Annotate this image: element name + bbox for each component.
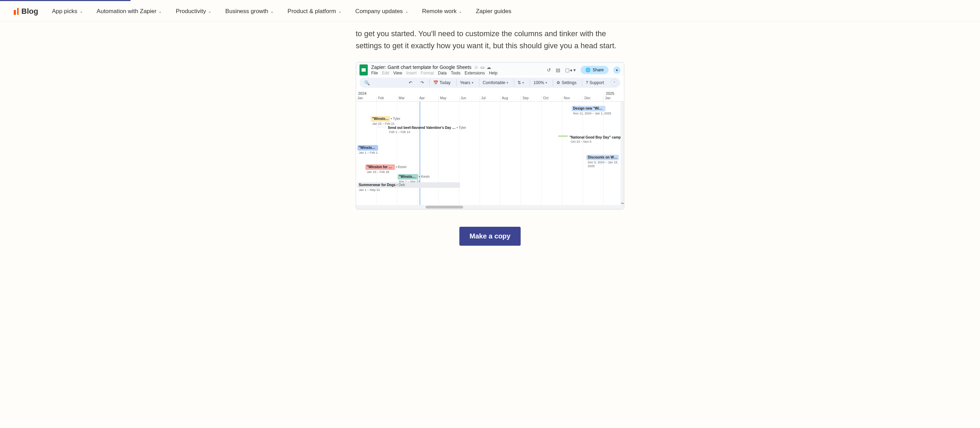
nav-app-picks[interactable]: App picks⌄ (52, 8, 83, 15)
month-header: Jul (480, 96, 500, 101)
gantt-task-bar: "Winston's Shampoo" campaign (371, 116, 390, 121)
month-header: Jun (459, 96, 480, 101)
menu-file: File (371, 71, 378, 75)
month-header: Oct (541, 96, 562, 101)
nav-company-updates[interactable]: Company updates⌄ (355, 8, 408, 15)
share-button: 🌐 Share (581, 66, 608, 74)
chevron-down-icon: ⌄ (405, 9, 408, 14)
zapier-logo-icon (14, 8, 19, 15)
make-copy-button[interactable]: Make a copy (459, 227, 521, 246)
chevron-down-icon: ⌄ (459, 9, 462, 14)
gantt-task-label: Send out beef-flavored Valentine's Day …… (388, 126, 466, 130)
gantt-task-bar: "Winston for Superman" campaign (398, 174, 418, 180)
vertical-scrollbar: ◂▸ (620, 102, 624, 205)
sheets-toolbar: 🔍 ↶ ↷ 📅 Today Years ▾ Comfortable ▾ ⇅ ▾ … (360, 78, 620, 88)
menu-insert: Insert (406, 71, 417, 75)
menu-tools: Tools (451, 71, 460, 75)
chevron-down-icon: ⌄ (80, 9, 83, 14)
gantt-task-dates: Jan 1 – Feb 1 (358, 150, 379, 155)
chevron-down-icon: ⌄ (270, 9, 274, 14)
month-header: Nov (562, 96, 582, 101)
horizontal-scroll-thumb (426, 206, 463, 209)
star-icon: ☆ (474, 65, 478, 70)
menu-data: Data (438, 71, 447, 75)
gantt-task: "Winston's Shampoo" campaign • TylerJan … (371, 116, 401, 126)
share-caret: ▾ (613, 67, 620, 74)
month-header: Aug (500, 96, 521, 101)
gantt-task-bar (377, 126, 387, 128)
gantt-task-bar: Design new "Winston for President" … (572, 106, 605, 111)
cloud-icon: ☁ (487, 65, 491, 70)
gantt-task-bar: "Winston for President" posters go up • … (358, 145, 378, 150)
menu-format: Format (421, 71, 434, 75)
gantt-body: Design new "Winston for President" …Nov … (356, 102, 624, 205)
nav-zapier-guides[interactable]: Zapier guides (476, 8, 511, 15)
years-dropdown: Years ▾ (456, 79, 476, 86)
zoom-dropdown: 100% ▾ (530, 79, 550, 86)
gantt-screenshot-figure: Zapier: Gantt chart template for Google … (356, 62, 624, 209)
blog-logo[interactable]: Blog (14, 7, 38, 16)
gantt-task: Summerwear for Dogs • DebJan 1 – May 31 (358, 182, 460, 192)
article-paragraph: to get you started. You'll need to custo… (356, 27, 624, 52)
year-left: 2024 (356, 91, 366, 96)
month-header: Mar (397, 96, 418, 101)
nav-productivity[interactable]: Productivity⌄ (176, 8, 212, 15)
month-header: Dec (582, 96, 603, 101)
logo-text: Blog (21, 7, 38, 16)
menu-edit: Edit (382, 71, 389, 75)
gantt-task-dates: Jan 15 – Feb 28 (365, 170, 406, 174)
month-header: Sep (521, 96, 541, 101)
reading-progress-track (0, 0, 980, 1)
gantt-task-owner: • Tyler (391, 117, 401, 121)
gantt-task-bar (558, 136, 568, 137)
gantt-task: Design new "Winston for President" …Nov … (572, 106, 612, 115)
gantt-task-bar: Summerwear for Dogs • Deb (358, 182, 460, 188)
gantt-task-owner: • Kevin (396, 165, 406, 169)
menu-view: View (393, 71, 402, 75)
search-icon: 🔍 (362, 80, 372, 85)
redo-icon: ↷ (418, 79, 426, 86)
gantt-task: Send out beef-flavored Valentine's Day …… (377, 126, 466, 134)
meet-icon: ▢◂ ▾ (565, 67, 576, 73)
nav-automation[interactable]: Automation with Zapier⌄ (97, 8, 162, 15)
gantt-task-dates: Oct 23 – Nov 5 (569, 140, 624, 144)
nav-product-platform[interactable]: Product & platform⌄ (288, 8, 342, 15)
main-nav: Blog App picks⌄ Automation with Zapier⌄ … (0, 1, 980, 22)
sheets-titlebar: Zapier: Gantt chart template for Google … (356, 62, 624, 75)
year-right: 2025 (606, 91, 624, 96)
month-header: Apr (418, 96, 438, 101)
gantt-task: "Winston for Spider-Man" campaign • Kevi… (365, 164, 406, 174)
move-icon: ▭ (480, 65, 485, 70)
chevron-down-icon: ⌄ (158, 9, 162, 14)
gantt-task-owner: • Kevin (419, 175, 430, 179)
collapse-toolbar-icon: ⌃ (611, 79, 618, 86)
gantt-task-bar: Discounts on Winston ca (586, 155, 619, 160)
comfortable-dropdown: Comfortable ▾ (479, 79, 511, 86)
nav-remote-work[interactable]: Remote work⌄ (422, 8, 462, 15)
gantt-task-dates: Nov 11, 2024 – Jan 1, 2025 (572, 111, 612, 115)
history-icon: ↺ (547, 67, 551, 73)
google-sheets-icon (360, 64, 368, 75)
gantt-task: "National Good Boy Day" campaign • DebOc… (558, 136, 624, 144)
gantt-task-label: "National Good Boy Day" campaign • Deb (569, 136, 624, 140)
sort-icon: ⇅ ▾ (514, 79, 527, 86)
nav-business-growth[interactable]: Business growth⌄ (225, 8, 274, 15)
globe-icon: 🌐 (585, 67, 590, 72)
settings-button: ⚙ Settings (553, 79, 579, 86)
gantt-task-dates: Jan 1 – May 31 (358, 188, 460, 192)
month-header-row: JanFebMarAprMayJunJulAugSepOctNovDecJan (356, 96, 624, 102)
gantt-task-bar: "Winston for Spider-Man" campaign (365, 164, 395, 170)
gantt-task-dates: Jan 23 – Feb 21 (371, 121, 401, 126)
gantt-task: Discounts on Winston caDec 5, 2024 – Jan… (586, 155, 624, 168)
reading-progress-fill (0, 0, 130, 1)
sheets-menubar: File Edit View Insert Format Data Tools … (371, 71, 498, 75)
chevron-down-icon: ⌄ (338, 9, 342, 14)
gantt-timeline: 2024 2025 JanFebMarAprMayJunJulAugSepOct… (356, 90, 624, 209)
today-button: 📅 Today (430, 79, 453, 86)
gantt-task-dates: Dec 5, 2024 – Jan 15, 2025 (586, 160, 624, 168)
menu-help: Help (489, 71, 498, 75)
horizontal-scrollbar (356, 205, 624, 209)
menu-extensions: Extensions (465, 71, 485, 75)
gantt-task: "Winston for President" posters go up • … (358, 145, 379, 155)
month-header: Jan (356, 96, 376, 101)
